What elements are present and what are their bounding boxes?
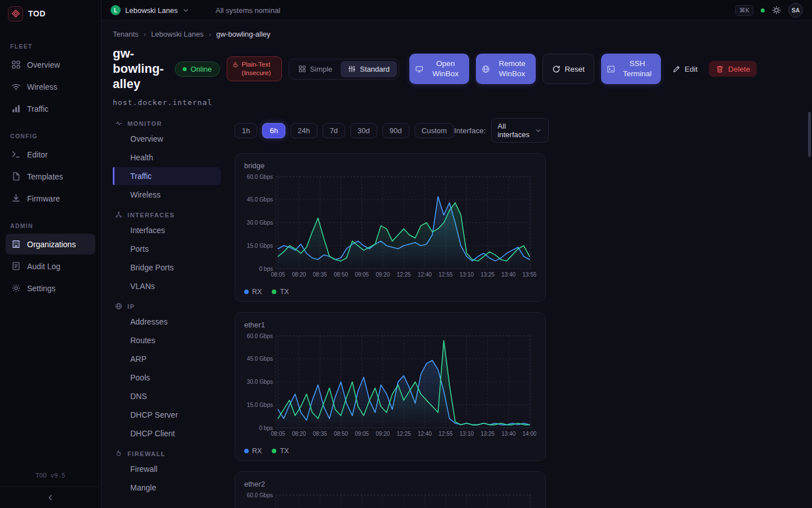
system-status: All systems nominal: [215, 6, 280, 15]
svg-text:09:05: 09:05: [355, 431, 369, 437]
view-mode-standard[interactable]: Standard: [341, 61, 397, 77]
tx-dot-icon: [272, 449, 276, 453]
sidebar-item-firmware[interactable]: Firmware: [6, 188, 95, 209]
breadcrumb-tenant[interactable]: Lebowski Lanes: [151, 30, 204, 38]
reset-icon: [552, 65, 561, 73]
app-version: TOD v9.5: [0, 472, 101, 479]
svg-text:08:35: 08:35: [313, 271, 327, 278]
sidebar-collapse-button[interactable]: [0, 487, 101, 508]
remote-winbox-button[interactable]: Remote WinBox: [476, 54, 536, 84]
range-24h-button[interactable]: 24h: [290, 123, 317, 138]
ssh-terminal-button[interactable]: SSH Terminal: [601, 54, 661, 84]
subnav-item-pools[interactable]: Pools: [113, 369, 221, 387]
svg-text:45.0 Gbps: 45.0 Gbps: [247, 356, 273, 362]
topbar-right: ⌘K SA: [735, 3, 803, 17]
subnav-item-interfaces[interactable]: Interfaces: [113, 221, 221, 239]
sidebar-item-audit-log[interactable]: Audit Log: [6, 256, 95, 277]
sidebar-section-fleet: FLEET: [10, 43, 91, 50]
command-palette-shortcut[interactable]: ⌘K: [735, 5, 753, 16]
svg-text:12:25: 12:25: [396, 271, 411, 278]
subnav-item-dhcp-server[interactable]: DHCP Server: [113, 406, 221, 424]
subnav-section-firewall: FIREWALL: [115, 450, 219, 457]
device-hostname: host.docker.internal: [113, 98, 801, 107]
interface-filter-label: Interface:: [454, 126, 486, 135]
svg-text:12:25: 12:25: [396, 431, 411, 437]
legend-tx: TX: [272, 447, 289, 455]
file-icon: [11, 172, 21, 181]
tenant-avatar: L: [111, 5, 121, 15]
svg-text:08:05: 08:05: [271, 431, 285, 437]
building-icon: [11, 239, 21, 249]
sidebar-item-traffic[interactable]: Traffic: [6, 98, 95, 119]
topbar: L Lebowski Lanes All systems nominal ⌘K …: [102, 0, 812, 21]
svg-text:15.0 Gbps: 15.0 Gbps: [247, 402, 273, 408]
sidebar-footer: TOD v9.5: [0, 472, 101, 508]
range-1h-button[interactable]: 1h: [235, 123, 257, 138]
view-mode-simple[interactable]: Simple: [291, 61, 340, 77]
reset-button[interactable]: Reset: [542, 54, 594, 84]
traffic-chart: 60.0 Gbps45.0 Gbps30.0 Gbps15.0 Gbps0 bp…: [244, 491, 536, 508]
range-30d-button[interactable]: 30d: [350, 123, 377, 138]
svg-text:60.0 Gbps: 60.0 Gbps: [247, 492, 273, 498]
subnav-item-arp[interactable]: ARP: [113, 350, 221, 368]
user-avatar[interactable]: SA: [788, 3, 803, 17]
subnav-item-wireless[interactable]: Wireless: [113, 186, 221, 204]
subnav-item-firewall[interactable]: Firewall: [113, 460, 221, 478]
subnav-item-traffic[interactable]: Traffic: [113, 167, 221, 185]
subnav-item-health[interactable]: Health: [113, 148, 221, 167]
subnav-item-addresses[interactable]: Addresses: [113, 313, 221, 331]
sidebar-item-templates[interactable]: Templates: [6, 166, 95, 187]
range-custom-button[interactable]: Custom: [414, 123, 454, 138]
svg-text:13:10: 13:10: [460, 271, 474, 278]
subnav-item-dns[interactable]: DNS: [113, 387, 221, 405]
chevron-down-icon: [535, 127, 542, 134]
interface-select[interactable]: All interfaces: [491, 118, 549, 143]
chart-card-ether1: ether1 60.0 Gbps45.0 Gbps30.0 Gbps15.0 G…: [235, 312, 546, 461]
subnav-item-routes[interactable]: Routes: [113, 331, 221, 349]
open-winbox-button[interactable]: Open WinBox: [409, 54, 469, 84]
range-7d-button[interactable]: 7d: [323, 123, 345, 138]
svg-text:08:50: 08:50: [334, 271, 348, 278]
sidebar-item-wireless[interactable]: Wireless: [6, 76, 95, 97]
subnav-item-dhcp-client[interactable]: DHCP Client: [113, 424, 221, 443]
subnav-item-ports[interactable]: Ports: [113, 240, 221, 258]
svg-text:13:40: 13:40: [501, 271, 515, 278]
chart-title: ether1: [244, 321, 536, 329]
chevron-left-icon: [47, 494, 54, 501]
svg-text:14:00: 14:00: [522, 431, 536, 437]
svg-text:12:40: 12:40: [418, 271, 432, 278]
legend-rx: RX: [244, 288, 262, 296]
delete-button[interactable]: Delete: [709, 61, 757, 77]
chart-legend: RX TX: [244, 447, 536, 455]
unlock-icon: [232, 62, 239, 68]
time-range-selector: 1h6h24h7d30d90dCustom: [235, 123, 454, 138]
scrollbar-thumb[interactable]: [808, 112, 811, 157]
theme-toggle-sun-icon[interactable]: [772, 6, 781, 15]
tenant-switcher[interactable]: L Lebowski Lanes: [111, 5, 189, 15]
sidebar-item-settings[interactable]: Settings: [6, 278, 95, 299]
subnav-item-bridge-ports[interactable]: Bridge Ports: [113, 259, 221, 277]
subnav-item-mangle[interactable]: Mangle: [113, 479, 221, 497]
wifi-icon: [11, 82, 21, 91]
sidebar-item-editor[interactable]: Editor: [6, 144, 95, 165]
edit-button[interactable]: Edit: [668, 62, 702, 76]
svg-text:09:05: 09:05: [355, 271, 369, 278]
svg-text:60.0 Gbps: 60.0 Gbps: [247, 174, 273, 180]
range-90d-button[interactable]: 90d: [382, 123, 409, 138]
breadcrumb: Tenants › Lebowski Lanes › gw-bowling-al…: [113, 30, 801, 38]
subnav-item-vlans[interactable]: VLANs: [113, 277, 221, 295]
svg-text:09:20: 09:20: [376, 431, 390, 437]
subnav-item-overview[interactable]: Overview: [113, 130, 221, 148]
sliders-icon: [348, 65, 356, 73]
svg-text:08:05: 08:05: [271, 271, 285, 278]
main-column: L Lebowski Lanes All systems nominal ⌘K …: [102, 0, 812, 508]
sidebar-item-organizations[interactable]: Organizations: [6, 234, 95, 255]
svg-text:30.0 Gbps: 30.0 Gbps: [247, 379, 273, 385]
range-6h-button[interactable]: 6h: [262, 123, 285, 138]
breadcrumb-tenants[interactable]: Tenants: [113, 30, 139, 38]
sidebar-item-overview[interactable]: Overview: [6, 54, 95, 75]
tx-dot-icon: [272, 290, 276, 294]
subnav-section-ip: IP: [115, 303, 219, 310]
device-header: gw-bowling-alley Online Plain-Text (Inse…: [113, 46, 801, 91]
svg-text:13:25: 13:25: [480, 271, 495, 278]
